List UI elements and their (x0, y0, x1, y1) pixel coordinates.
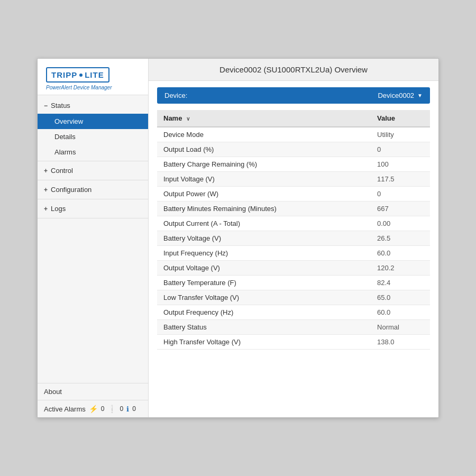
table-cell-value: 0 (371, 142, 430, 157)
device-value: Device0002 (378, 91, 414, 99)
lightning-count: 0 (101, 405, 105, 413)
table-cell-value: 0.00 (371, 216, 430, 231)
table-cell-name: Output Load (%) (157, 142, 371, 157)
info-count: 0 (132, 405, 136, 413)
table-cell-name: High Transfer Voltage (V) (157, 335, 371, 350)
configuration-label: Configuration (51, 186, 91, 194)
table-row: Low Transfer Voltage (V)65.0 (157, 290, 430, 305)
tripp-lite-logo: TRIPP LITE PowerAlert Device Manager (46, 67, 140, 90)
table-cell-name: Battery Charge Remaining (%) (157, 157, 371, 172)
overview-label: Overview (54, 117, 83, 125)
col-value-header: Value (371, 110, 430, 127)
table-row: Output Current (A - Total)0.00 (157, 216, 430, 231)
table-cell-value: 117.5 (371, 172, 430, 187)
info-icon: ℹ (126, 405, 129, 413)
table-header-row: Name ∨ Value (157, 110, 430, 127)
sidebar-nav: − Status Overview Details Alarms + Contr… (38, 95, 148, 383)
sidebar-item-overview[interactable]: Overview (38, 114, 148, 129)
about-label: About (44, 388, 62, 396)
col-name-header[interactable]: Name ∨ (157, 110, 371, 127)
sidebar: TRIPP LITE PowerAlert Device Manager − S… (38, 59, 149, 417)
table-cell-value: 60.0 (371, 305, 430, 320)
overview-table: Name ∨ Value Device ModeUtilityOutput Lo… (157, 110, 430, 350)
sidebar-item-alarms[interactable]: Alarms (38, 144, 148, 160)
sidebar-item-details[interactable]: Details (38, 129, 148, 144)
logo-lite: LITE (85, 70, 104, 79)
data-table: Name ∨ Value Device ModeUtilityOutput Lo… (157, 110, 430, 411)
table-row: Output Frequency (Hz)60.0 (157, 305, 430, 320)
table-row: Battery Voltage (V)26.5 (157, 231, 430, 246)
table-cell-value: Normal (371, 320, 430, 335)
nav-divider-1 (38, 161, 148, 161)
collapse-icon-logs: + (44, 205, 48, 213)
device-value-container: Device0002 ▼ (378, 91, 423, 99)
table-cell-name: Battery Voltage (V) (157, 231, 371, 246)
sidebar-item-status[interactable]: − Status (38, 97, 148, 114)
app-title: PowerAlert Device Manager (46, 85, 112, 90)
table-row: Input Voltage (V)117.5 (157, 172, 430, 187)
logo-tripp: TRIPP (51, 70, 77, 79)
dropdown-arrow-icon: ▼ (417, 93, 423, 98)
device-selector[interactable]: Device: Device0002 ▼ (157, 87, 430, 104)
table-cell-name: Output Current (A - Total) (157, 216, 371, 231)
sidebar-item-about[interactable]: About (38, 383, 148, 400)
table-cell-name: Output Voltage (V) (157, 261, 371, 276)
table-cell-value: 26.5 (371, 231, 430, 246)
exclaim-count: 0 (120, 405, 123, 413)
table-row: Battery StatusNormal (157, 320, 430, 335)
lightning-icon: ⚡ (89, 405, 98, 413)
details-label: Details (54, 133, 76, 141)
logs-label: Logs (51, 205, 66, 213)
table-row: Battery Minutes Remaining (Minutes)667 (157, 202, 430, 216)
collapse-icon-control: + (44, 167, 48, 175)
nav-divider-2 (38, 180, 148, 180)
table-cell-value: 120.2 (371, 261, 430, 276)
collapse-icon-status: − (44, 102, 48, 109)
alarms-label: Alarms (54, 148, 76, 156)
table-cell-name: Input Frequency (Hz) (157, 246, 371, 261)
table-row: Input Frequency (Hz)60.0 (157, 246, 430, 261)
table-cell-value: 138.0 (371, 335, 430, 350)
active-alarms-label: Active Alarms (44, 405, 86, 413)
nav-divider-3 (38, 199, 148, 199)
active-alarms-bar: Active Alarms ⚡ 0 ❕ 0 ℹ 0 (38, 400, 148, 417)
logo-dot (79, 74, 83, 77)
table-cell-value: Utility (371, 127, 430, 142)
sidebar-logo: TRIPP LITE PowerAlert Device Manager (38, 59, 148, 95)
sidebar-item-configuration[interactable]: + Configuration (38, 181, 148, 198)
table-cell-name: Input Voltage (V) (157, 172, 371, 187)
app-window: TRIPP LITE PowerAlert Device Manager − S… (37, 58, 439, 418)
table-cell-name: Output Frequency (Hz) (157, 305, 371, 320)
table-row: Battery Charge Remaining (%)100 (157, 157, 430, 172)
table-cell-value: 100 (371, 157, 430, 172)
table-cell-name: Low Transfer Voltage (V) (157, 290, 371, 305)
table-row: Output Voltage (V)120.2 (157, 261, 430, 276)
table-cell-value: 65.0 (371, 290, 430, 305)
sidebar-item-control[interactable]: + Control (38, 162, 148, 179)
page-title: Device0002 (SU1000RTXL2Ua) Overview (149, 59, 438, 81)
table-cell-name: Battery Temperature (F) (157, 276, 371, 290)
sidebar-item-logs[interactable]: + Logs (38, 200, 148, 217)
table-cell-name: Device Mode (157, 127, 371, 142)
logo-box: TRIPP LITE (46, 67, 109, 83)
table-cell-value: 60.0 (371, 246, 430, 261)
main-content: Device0002 (SU1000RTXL2Ua) Overview Devi… (149, 59, 438, 417)
sort-icon-name: ∨ (186, 116, 190, 122)
status-label: Status (51, 102, 70, 109)
collapse-icon-config: + (44, 186, 48, 194)
table-row: Output Power (W)0 (157, 187, 430, 202)
table-cell-value: 667 (371, 202, 430, 216)
table-cell-name: Battery Status (157, 320, 371, 335)
table-row: Battery Temperature (F)82.4 (157, 276, 430, 290)
table-body: Device ModeUtilityOutput Load (%)0Batter… (157, 127, 430, 350)
exclaim-icon: ❕ (107, 405, 116, 413)
table-row: Device ModeUtility (157, 127, 430, 142)
table-cell-value: 82.4 (371, 276, 430, 290)
nav-divider-4 (38, 218, 148, 218)
table-row: Output Load (%)0 (157, 142, 430, 157)
table-cell-value: 0 (371, 187, 430, 202)
device-label: Device: (164, 91, 187, 99)
table-row: High Transfer Voltage (V)138.0 (157, 335, 430, 350)
control-label: Control (51, 167, 73, 175)
table-cell-name: Battery Minutes Remaining (Minutes) (157, 202, 371, 216)
